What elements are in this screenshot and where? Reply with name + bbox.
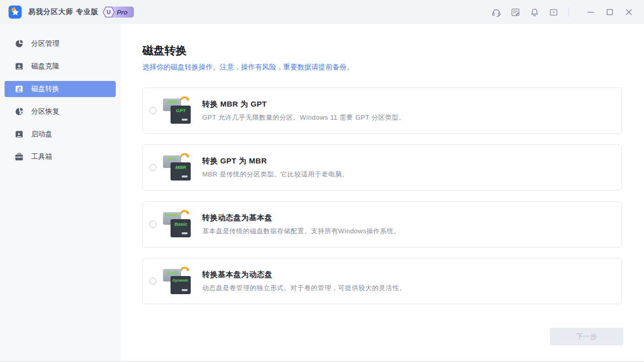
sidebar-item-label: 工具箱 [31,152,52,161]
option-description: 基本盘是传统的磁盘数据存储配置。支持所有Windows操作系统。 [202,227,400,236]
disk-conversion-icon: GPT MBR [162,154,191,181]
sidebar-item-disk-clone[interactable]: 磁盘克隆 [5,58,116,74]
option-card-basic-to-dynamic[interactable]: Basic Dynamic 转换基本盘为动态盘 动态盘是卷管理的独立形式。对于卷… [142,258,622,304]
disk-conversion-icon: Dynamic Basic [162,211,191,238]
pro-badge: U Pro [105,7,134,18]
sidebar-item-label: 磁盘转换 [31,84,59,94]
main-content: 磁盘转换 选择你的磁盘转换操作。注意，操作有风险，重要数据请提前备份。 MBR … [121,24,644,362]
radio-button[interactable] [149,221,156,228]
sidebar-item-label: 分区恢复 [31,107,59,116]
sidebar-item-boot-disk[interactable]: 启动盘 [5,126,116,142]
radio-button[interactable] [149,107,156,114]
menu-dropdown-icon[interactable] [547,6,559,18]
next-button[interactable]: 下一步 [550,328,623,345]
conversion-options-list: MBR GPT 转换 MBR 为 GPT GPT 允许几乎无限数量的分区。Win… [142,87,622,304]
support-headset-icon[interactable] [490,6,502,18]
page-title: 磁盘转换 [142,43,622,58]
option-title: 转换 MBR 为 GPT [202,100,406,109]
maximize-button[interactable] [604,6,616,18]
disk-clone-icon [15,62,24,71]
toolbox-icon [15,152,24,161]
disk-conversion-icon: MBR GPT [162,97,191,124]
app-title: 易我分区大师 专业版 [28,8,99,17]
app-logo-icon [9,6,22,19]
pie-chart-icon [15,39,24,48]
page-subtitle: 选择你的磁盘转换操作。注意，操作有风险，重要数据请提前备份。 [142,63,622,72]
option-title: 转换 GPT 为 MBR [202,156,349,166]
disk-conversion-icon: Basic Dynamic [162,267,191,295]
option-description: MBR 是传统的分区类型。它比较适用于老电脑。 [202,170,349,179]
radio-button[interactable] [149,278,156,285]
notifications-bell-icon[interactable] [528,6,540,18]
convert-arrow-icon [179,95,190,106]
disk-to-label: MBR [175,165,186,180]
disk-convert-icon [15,84,24,94]
feedback-note-icon[interactable] [509,6,521,18]
convert-arrow-icon [179,152,190,163]
sidebar-item-label: 启动盘 [31,130,52,139]
sidebar-item-toolbox[interactable]: 工具箱 [5,149,116,165]
disk-front: GPT [171,106,191,124]
close-button[interactable] [623,6,635,18]
option-card-gpt-to-mbr[interactable]: GPT MBR 转换 GPT 为 MBR MBR 是传统的分区类型。它比较适用于… [142,144,622,191]
option-title: 转换动态盘为基本盘 [202,213,400,223]
sidebar-item-partition-management[interactable]: 分区管理 [5,36,116,52]
sidebar-item-partition-recovery[interactable]: 分区恢复 [5,104,116,120]
radio-button[interactable] [149,164,156,171]
titlebar: 易我分区大师 专业版 U Pro [0,0,644,24]
pro-badge-u: U [103,7,115,18]
option-description: 动态盘是卷管理的独立形式。对于卷的管理，可提供较大的灵活性。 [202,284,406,293]
disk-front: MBR [171,162,191,180]
sidebar: 分区管理 磁盘克隆 磁盘转换 分区恢复 启动盘 [0,24,121,362]
sidebar-item-label: 分区管理 [31,39,59,48]
titlebar-separator [569,7,569,17]
disk-to-label: Basic [174,222,187,237]
disk-front: Basic [171,219,191,237]
partition-recovery-icon [15,107,24,116]
convert-arrow-icon [179,265,190,277]
sidebar-item-disk-convert[interactable]: 磁盘转换 [5,81,116,97]
pro-badge-label: Pro [117,9,128,16]
option-card-dynamic-to-basic[interactable]: Dynamic Basic 转换动态盘为基本盘 基本盘是传统的磁盘数据存储配置。… [142,201,622,247]
disk-to-label: GPT [176,108,186,123]
disk-front: Dynamic [171,276,191,294]
sidebar-item-label: 磁盘克隆 [31,62,59,71]
disk-to-label: Dynamic [173,279,189,294]
option-title: 转换基本盘为动态盘 [202,270,406,280]
convert-arrow-icon [179,209,190,220]
minimize-button[interactable] [585,6,597,18]
option-card-mbr-to-gpt[interactable]: MBR GPT 转换 MBR 为 GPT GPT 允许几乎无限数量的分区。Win… [142,87,622,134]
boot-disk-icon [15,130,24,139]
option-description: GPT 允许几乎无限数量的分区。Windows 11 需要 GPT 分区类型。 [202,113,406,122]
